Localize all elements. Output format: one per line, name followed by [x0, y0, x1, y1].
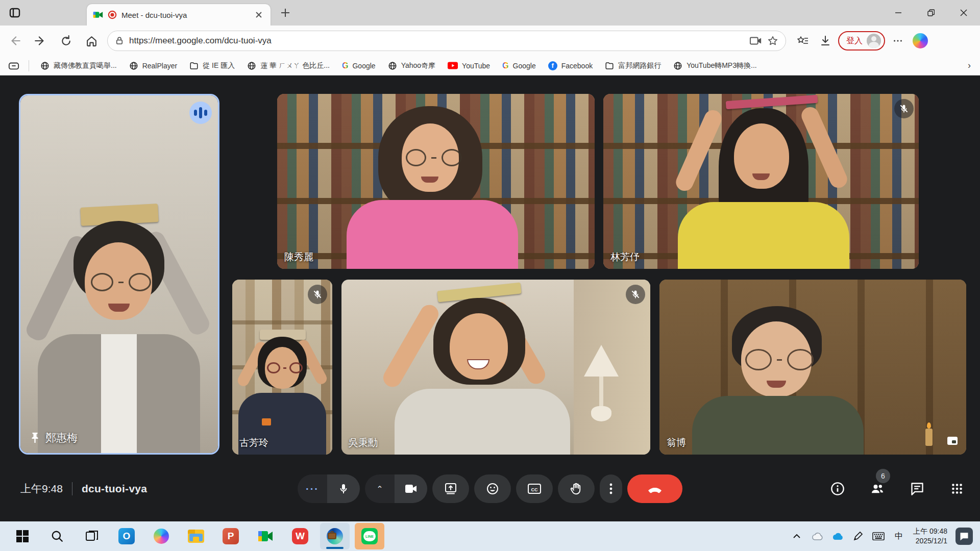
task-view-button[interactable] — [77, 523, 107, 549]
taskbar-line-button[interactable]: LINE — [355, 523, 384, 549]
camera-settings-icon[interactable]: ⌃ — [365, 474, 395, 503]
bookmark-item[interactable]: G Google — [496, 58, 542, 73]
mic-off-icon — [308, 285, 327, 304]
camera-control[interactable]: ⌃ — [365, 474, 427, 503]
signin-button[interactable]: 登入 — [838, 31, 885, 51]
info-icon — [830, 482, 845, 496]
home-icon[interactable] — [81, 30, 102, 52]
globe-icon — [129, 61, 138, 70]
url-text[interactable]: https://meet.google.com/dcu-tuoi-vya — [129, 36, 745, 46]
video-tile[interactable]: 林芳伃 — [603, 94, 919, 269]
chat-button[interactable] — [909, 480, 926, 497]
end-call-icon — [647, 484, 663, 494]
meet-icon — [258, 530, 273, 543]
taskbar-explorer-button[interactable] — [181, 523, 211, 549]
new-tab-button[interactable] — [280, 7, 292, 19]
bookmark-item[interactable]: 藏傳佛教直貢噶舉... — [34, 58, 123, 73]
window-restore-button[interactable] — [915, 0, 947, 26]
window-close-button[interactable] — [947, 0, 980, 26]
edge-icon — [327, 528, 343, 544]
camera-button[interactable] — [395, 474, 427, 503]
bookmark-item[interactable]: 蓮 華 ㄏㄨㄚ 色比丘... — [241, 58, 336, 73]
bookmark-item[interactable]: YouTube — [442, 58, 496, 73]
tab-workspaces-icon[interactable] — [7, 6, 22, 20]
downloads-icon[interactable] — [816, 31, 835, 51]
video-tile[interactable]: 陳秀麗 — [277, 94, 595, 269]
touch-keyboard-icon[interactable] — [872, 528, 885, 544]
taskbar-clock[interactable]: 上午 09:48 2025/12/1 — [913, 527, 947, 546]
svg-text:CC: CC — [531, 487, 538, 492]
favorite-star-icon[interactable] — [767, 35, 778, 46]
file-explorer-icon — [188, 530, 204, 543]
taskbar-wps-button[interactable]: W — [285, 523, 315, 549]
taskbar-outlook-button[interactable]: O — [112, 523, 141, 549]
taskbar-meet-button[interactable] — [251, 523, 280, 549]
end-call-button[interactable] — [627, 474, 682, 503]
mic-control[interactable]: ··· — [298, 474, 360, 503]
start-button[interactable] — [8, 523, 37, 549]
outlook-icon: O — [118, 528, 135, 544]
notification-chat-icon[interactable] — [955, 528, 973, 545]
back-icon[interactable] — [4, 30, 26, 52]
picture-in-picture-icon[interactable] — [944, 432, 961, 449]
tab-close-icon[interactable] — [253, 9, 264, 20]
taskbar-copilot-button[interactable] — [146, 523, 176, 549]
copilot-icon[interactable] — [911, 31, 930, 51]
mic-button[interactable] — [327, 474, 360, 503]
window-minimize-button[interactable] — [882, 0, 915, 26]
raise-hand-button[interactable] — [558, 474, 595, 503]
more-options-button[interactable] — [600, 474, 622, 503]
globe-icon — [247, 61, 256, 70]
participant-name: 翁博 — [667, 436, 686, 449]
address-bar[interactable]: https://meet.google.com/dcu-tuoi-vya — [107, 31, 786, 51]
media-camera-icon[interactable] — [750, 36, 762, 46]
taskbar-edge-button[interactable] — [320, 523, 350, 549]
windows-logo-icon — [16, 530, 29, 543]
activities-button[interactable] — [948, 480, 966, 497]
tray-chevron-icon[interactable] — [791, 528, 803, 544]
captions-button[interactable]: CC — [516, 474, 553, 503]
bookmark-folder[interactable]: 富邦網路銀行 — [599, 58, 667, 73]
google-icon: G — [502, 61, 508, 70]
favorites-list-icon[interactable] — [793, 31, 813, 51]
bookmark-folder[interactable]: 從 IE 匯入 — [183, 58, 241, 73]
audio-settings-icon[interactable]: ··· — [298, 474, 327, 503]
onedrive-icon[interactable] — [811, 528, 823, 544]
video-tile[interactable]: 古芳玲 — [232, 280, 332, 455]
bookmark-item[interactable]: YouTube轉MP3轉換... — [667, 58, 763, 73]
bookmark-item[interactable]: G Google — [336, 58, 382, 73]
browser-tab[interactable]: Meet - dcu-tuoi-vya — [87, 4, 271, 26]
sidebar-pane-icon[interactable] — [4, 56, 23, 76]
profile-avatar — [867, 34, 881, 48]
taskbar-powerpoint-button[interactable]: P — [216, 523, 246, 549]
browser-menu-icon[interactable] — [888, 31, 908, 51]
search-icon — [51, 530, 64, 543]
video-tile[interactable]: 翁博 — [659, 280, 966, 455]
globe-icon — [40, 61, 50, 70]
bookmark-item[interactable]: Yahoo奇摩 — [382, 58, 442, 73]
folder-icon — [605, 61, 614, 70]
youtube-icon — [448, 62, 458, 69]
bookmark-item[interactable]: RealPlayer — [123, 58, 183, 73]
pin-icon — [31, 432, 39, 443]
bookmark-item[interactable]: f Facebook — [542, 58, 599, 73]
reactions-button[interactable] — [474, 474, 511, 503]
copilot-icon — [154, 529, 169, 544]
browser-tab-strip: Meet - dcu-tuoi-vya — [0, 0, 980, 26]
video-tile[interactable]: 鄭惠梅 — [19, 94, 219, 455]
refresh-icon[interactable] — [55, 30, 77, 52]
video-tile[interactable]: 吳秉勳 — [341, 280, 650, 455]
lock-icon[interactable] — [115, 36, 124, 45]
forward-icon[interactable] — [30, 30, 51, 52]
people-button[interactable]: 6 — [869, 480, 886, 497]
meeting-details-button[interactable] — [829, 480, 846, 497]
meet-favicon — [93, 10, 103, 19]
pen-icon[interactable] — [852, 528, 864, 544]
divider — [72, 482, 72, 495]
present-button[interactable] — [432, 474, 469, 503]
cloud-sync-icon[interactable] — [831, 528, 844, 544]
taskbar-search-button[interactable] — [42, 523, 72, 549]
bookmarks-overflow-icon[interactable]: › — [968, 60, 971, 71]
ime-indicator[interactable]: 中 — [893, 528, 905, 544]
hand-icon — [570, 482, 583, 495]
